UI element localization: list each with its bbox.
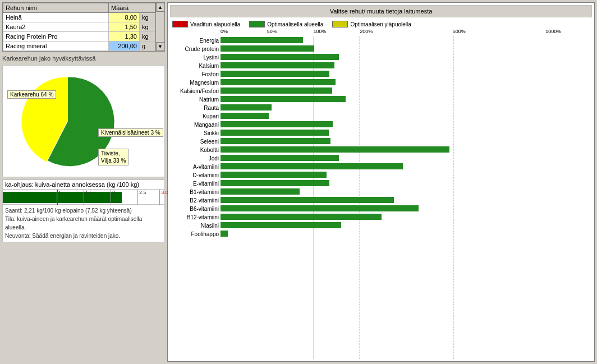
x-label-50: 50% — [267, 29, 277, 34]
left-panel: Rehun nimi Määrä Heinä8,00kgKaura21,50kg… — [2, 2, 165, 362]
bar-label: Koboltti — [170, 147, 219, 153]
bar-fill — [221, 87, 332, 94]
bar-label: Jodi — [170, 155, 219, 162]
bar-row: Jodi — [221, 154, 592, 162]
bar-fill — [221, 172, 327, 178]
bar-label: Magnesium — [170, 80, 219, 86]
col-amount: Määrä — [109, 3, 155, 13]
bar-fill — [221, 155, 339, 161]
feed-row-name: Kaura2 — [3, 22, 109, 32]
col-feed-name: Rehun nimi — [3, 3, 109, 13]
bar-label: Mangaani — [170, 122, 219, 128]
bar-row: Lysiini — [221, 53, 592, 61]
bar-label: Seleeni — [170, 139, 219, 145]
bar-row: Crude protein — [221, 45, 592, 53]
scroll-up-btn[interactable]: ▲ — [156, 3, 165, 12]
bar-fill — [221, 214, 382, 220]
bar-fill — [221, 113, 269, 119]
bar-row: E-vitamiini — [221, 179, 592, 187]
x-label-200: 200% — [360, 29, 373, 34]
bar-label: A-vitamiini — [170, 164, 219, 170]
feed-row-unit: kg — [140, 13, 155, 22]
feed-row-amount[interactable]: 1,30 — [109, 32, 140, 42]
x-label-100: 100% — [314, 29, 327, 34]
scroll-down-btn[interactable]: ▼ — [156, 42, 165, 51]
bar-label: Foolihappo — [170, 231, 219, 237]
x-label-1000: 1000% — [545, 29, 561, 34]
pie-chart-area: Karkearehu 64 % Kivennäislisäaineet 3 % … — [2, 65, 165, 177]
bar-fill — [221, 180, 329, 186]
bar-row: B2-vitamiini — [221, 196, 592, 204]
pie-label-kivennais: Kivennäislisäaineet 3 % — [98, 128, 163, 137]
legend-box-red — [172, 21, 188, 27]
bar-fill — [221, 138, 330, 144]
bar-fill — [221, 96, 346, 102]
bar-fill — [221, 188, 300, 195]
feed-row-amount[interactable]: 200,00 — [109, 42, 140, 51]
bar-row: Energia — [221, 36, 592, 44]
feed-row-amount[interactable]: 8,00 — [109, 13, 140, 22]
bar-row: Foolihappo — [221, 230, 592, 238]
legend-box-yellow — [332, 21, 348, 27]
legend-label-above: Optimaalisen yläpuolella — [350, 21, 411, 27]
bar-row: Kupari — [221, 112, 592, 120]
bar-fill — [221, 231, 228, 237]
ka-info: Saanti: 2,21 kg/100 kg elopaino (7,52 kg… — [3, 205, 164, 242]
bar-label: Kalsium/Fosfori — [170, 88, 219, 94]
bar-label: B12-vitamiini — [170, 214, 219, 220]
bar-label: Energia — [170, 38, 219, 44]
ka-info-3: Neuvonta: Säädä energian ja ravinteiden … — [5, 232, 162, 240]
bar-fill — [221, 205, 419, 211]
bar-fill — [221, 104, 272, 110]
ka-tick-2-5: 2.5 — [137, 190, 146, 205]
bar-row: Natrium — [221, 95, 592, 103]
karkearehu-label: Karkearehun jako hyväksyttävissä — [2, 54, 165, 63]
ka-tick-2: 2 — [111, 190, 115, 205]
bar-row: B6-vitamiini — [221, 205, 592, 213]
bar-row: Kalsium — [221, 62, 592, 70]
legend-row: Vaaditun alapuolella Optimaalisella alue… — [168, 20, 594, 27]
bar-label: Kupari — [170, 113, 219, 119]
bar-fill — [221, 37, 303, 43]
bar-row: Koboltti — [221, 146, 592, 154]
ka-section: ka-ohjaus: kuiva-ainetta annoksessa (kg … — [2, 179, 165, 242]
bar-label: Rauta — [170, 105, 219, 111]
pie-label-tiiviste: Tiiviste,Vilja 33 % — [98, 149, 128, 165]
x-label-500: 500% — [453, 29, 466, 34]
bar-label: E-vitamiini — [170, 181, 219, 187]
bar-label: Fosfori — [170, 71, 219, 77]
bar-label: B6-vitamiini — [170, 206, 219, 212]
bar-label: Kalsium — [170, 63, 219, 69]
bar-row: Rauta — [221, 104, 592, 112]
bar-fill — [221, 62, 334, 68]
pie-label-karkearehu: Karkearehu 64 % — [7, 90, 56, 99]
ka-tick-3: 3.0 — [159, 190, 168, 205]
legend-optimal: Optimaalisella alueella — [249, 21, 323, 27]
bar-label: Crude protein — [170, 46, 219, 52]
ka-info-1: Saanti: 2,21 kg/100 kg elopaino (7,52 kg… — [5, 206, 162, 215]
bar-label: Natrium — [170, 96, 219, 103]
ka-tick-1-5: 1.5 — [84, 190, 93, 205]
legend-label-below: Vaaditun alapuolella — [190, 21, 240, 27]
bar-fill — [221, 146, 449, 153]
feed-row-name: Racing mineral — [3, 42, 109, 51]
main-container: Rehun nimi Määrä Heinä8,00kgKaura21,50kg… — [0, 0, 597, 364]
bar-row: Seleeni — [221, 137, 592, 145]
legend-label-optimal: Optimaalisella alueella — [267, 21, 323, 27]
feed-row-name: Heinä — [3, 13, 109, 22]
bar-row: Fosfori — [221, 70, 592, 78]
feed-row-amount[interactable]: 1,50 — [109, 22, 140, 32]
bar-row: Kalsium/Fosfori — [221, 87, 592, 95]
bar-fill — [221, 222, 341, 228]
bar-fill — [221, 54, 339, 60]
bar-label: Niasiini — [170, 223, 219, 229]
bar-label: B1-vitamiini — [170, 189, 219, 195]
feed-row-unit: g — [140, 42, 155, 51]
bar-row: Niasiini — [221, 222, 592, 229]
ka-tick-1: 1 — [57, 190, 61, 205]
bar-fill — [221, 163, 403, 169]
feed-row-unit: kg — [140, 32, 155, 42]
ka-info-2: Tila: kuiva-aineen ja karkearehun määrät… — [5, 215, 162, 232]
bar-fill — [221, 130, 329, 136]
right-panel: Valitse rehut/ muuta tietoja laitumesta … — [167, 2, 595, 362]
